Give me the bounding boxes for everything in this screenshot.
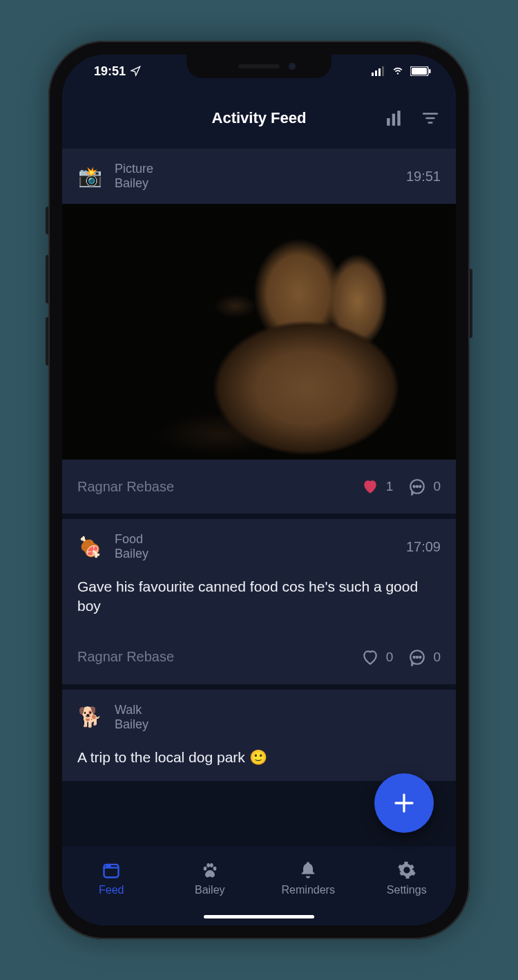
tab-label: Reminders [282, 884, 335, 896]
app-header: Activity Feed [62, 88, 456, 149]
svg-point-16 [420, 486, 421, 487]
tab-label: Bailey [195, 884, 225, 896]
svg-rect-8 [392, 114, 395, 126]
bell-icon [298, 860, 318, 880]
svg-rect-2 [378, 68, 381, 76]
status-time: 19:51 [94, 64, 126, 79]
like-count: 0 [386, 650, 394, 665]
comment-count: 0 [433, 479, 441, 494]
comment-button[interactable]: 0 [408, 648, 441, 666]
svg-point-14 [414, 486, 415, 487]
filter-icon[interactable] [421, 109, 439, 127]
tab-reminders[interactable]: Reminders [259, 846, 358, 910]
comment-icon [408, 478, 426, 496]
post-author: Ragnar Rebase [77, 649, 349, 665]
battery-icon [410, 66, 431, 76]
svg-point-30 [213, 866, 216, 870]
post-time: 19:51 [406, 169, 441, 185]
page-title: Activity Feed [212, 109, 307, 127]
heart-outline-icon [361, 648, 379, 666]
post-footer: Ragnar Rebase 1 0 [62, 460, 456, 513]
phone-volume-up [46, 255, 48, 303]
screen: 19:51 Activity Feed 📸 Picture [62, 55, 456, 925]
post-header[interactable]: 📸 Picture Bailey 19:51 [62, 149, 456, 204]
plus-icon [392, 791, 416, 816]
speaker [238, 64, 280, 68]
svg-point-20 [420, 657, 421, 658]
location-icon [130, 66, 141, 77]
phone-power-button [470, 269, 472, 338]
heart-filled-icon [361, 478, 379, 496]
camera-icon: 📸 [77, 165, 102, 188]
post-pet: Bailey [115, 176, 394, 191]
like-button[interactable]: 1 [361, 478, 394, 496]
post-pet: Bailey [115, 547, 394, 561]
phone-volume-down [46, 317, 48, 366]
svg-rect-7 [387, 118, 390, 126]
svg-rect-3 [382, 66, 384, 76]
post-photo[interactable] [62, 204, 456, 460]
tab-bar: Feed Bailey Reminders Settings [62, 845, 456, 925]
svg-rect-0 [372, 73, 374, 76]
dog-photo [62, 204, 456, 460]
comment-icon [408, 648, 426, 666]
feed-icon [102, 860, 121, 880]
activity-feed[interactable]: 📸 Picture Bailey 19:51 Ragnar Rebase 1 [62, 149, 456, 845]
notch [186, 55, 332, 78]
comment-button[interactable]: 0 [408, 478, 441, 496]
wifi-icon [391, 66, 405, 76]
svg-point-27 [203, 866, 207, 870]
phone-mute-switch [46, 207, 48, 234]
svg-point-15 [416, 486, 418, 487]
stats-icon[interactable] [385, 109, 403, 127]
like-count: 1 [386, 479, 394, 494]
spacer [62, 684, 456, 690]
post-footer: Ragnar Rebase 0 0 [62, 630, 456, 684]
tab-label: Feed [99, 884, 124, 896]
post-header[interactable]: 🍖 Food Bailey 17:09 [62, 519, 456, 574]
post-type: Walk [115, 703, 428, 717]
svg-point-29 [210, 863, 213, 867]
svg-point-28 [207, 863, 210, 867]
post-body: Gave his favourite canned food cos he's … [62, 574, 456, 630]
post-author: Ragnar Rebase [77, 479, 349, 495]
add-button[interactable] [374, 773, 434, 833]
svg-point-25 [106, 865, 108, 867]
svg-rect-1 [375, 70, 377, 76]
post-pet: Bailey [115, 717, 428, 732]
paw-icon [200, 860, 220, 880]
tab-label: Settings [387, 884, 427, 896]
like-button[interactable]: 0 [361, 648, 394, 666]
cellular-icon [372, 66, 385, 76]
svg-rect-5 [412, 68, 427, 75]
phone-frame: 19:51 Activity Feed 📸 Picture [48, 41, 470, 939]
spacer [62, 513, 456, 519]
home-indicator[interactable] [204, 915, 314, 918]
front-camera [289, 63, 296, 70]
post-type: Food [115, 532, 394, 547]
walk-icon: 🐕 [77, 706, 102, 728]
food-icon: 🍖 [77, 536, 102, 558]
svg-point-26 [109, 865, 111, 867]
post-time: 17:09 [406, 539, 441, 555]
gear-icon [397, 860, 416, 880]
svg-rect-9 [397, 111, 400, 126]
comment-count: 0 [433, 650, 441, 665]
svg-point-18 [414, 657, 415, 658]
post-type: Picture [115, 162, 394, 176]
svg-rect-6 [429, 69, 431, 73]
tab-feed[interactable]: Feed [62, 846, 161, 910]
svg-point-19 [416, 657, 418, 658]
tab-pet[interactable]: Bailey [161, 846, 260, 910]
tab-settings[interactable]: Settings [358, 846, 457, 910]
post-header[interactable]: 🐕 Walk Bailey [62, 690, 456, 745]
